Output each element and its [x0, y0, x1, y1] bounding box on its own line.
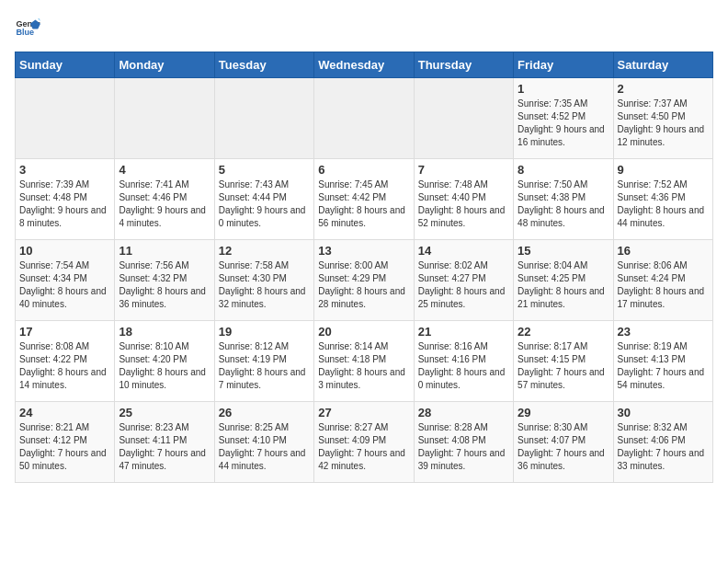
day-info: Sunrise: 7:48 AM Sunset: 4:40 PM Dayligh…	[418, 178, 509, 230]
calendar-cell: 6Sunrise: 7:45 AM Sunset: 4:42 PM Daylig…	[314, 159, 414, 240]
day-info: Sunrise: 8:08 AM Sunset: 4:22 PM Dayligh…	[19, 340, 110, 392]
weekday-header-row: SundayMondayTuesdayWednesdayThursdayFrid…	[16, 52, 713, 78]
calendar-cell	[115, 78, 214, 159]
day-number: 15	[518, 244, 609, 258]
calendar-cell: 5Sunrise: 7:43 AM Sunset: 4:44 PM Daylig…	[214, 159, 313, 240]
day-number: 14	[418, 244, 509, 258]
calendar-cell: 17Sunrise: 8:08 AM Sunset: 4:22 PM Dayli…	[16, 321, 115, 402]
calendar-cell: 24Sunrise: 8:21 AM Sunset: 4:12 PM Dayli…	[16, 402, 115, 483]
day-info: Sunrise: 8:16 AM Sunset: 4:16 PM Dayligh…	[418, 340, 509, 392]
day-number: 28	[418, 406, 509, 419]
day-info: Sunrise: 8:14 AM Sunset: 4:18 PM Dayligh…	[318, 340, 409, 392]
day-info: Sunrise: 7:54 AM Sunset: 4:34 PM Dayligh…	[19, 259, 110, 311]
calendar-cell: 1Sunrise: 7:35 AM Sunset: 4:52 PM Daylig…	[514, 78, 613, 159]
day-info: Sunrise: 8:23 AM Sunset: 4:11 PM Dayligh…	[119, 421, 210, 473]
header: General Blue	[15, 15, 713, 40]
day-number: 27	[318, 406, 409, 419]
day-number: 10	[19, 244, 110, 258]
weekday-header-saturday: Saturday	[613, 52, 712, 78]
day-info: Sunrise: 8:32 AM Sunset: 4:06 PM Dayligh…	[618, 421, 709, 473]
calendar-table: SundayMondayTuesdayWednesdayThursdayFrid…	[15, 52, 713, 483]
day-info: Sunrise: 8:30 AM Sunset: 4:07 PM Dayligh…	[518, 421, 609, 473]
calendar-cell: 30Sunrise: 8:32 AM Sunset: 4:06 PM Dayli…	[613, 402, 712, 483]
day-info: Sunrise: 8:06 AM Sunset: 4:24 PM Dayligh…	[618, 259, 709, 311]
calendar-cell: 15Sunrise: 8:04 AM Sunset: 4:25 PM Dayli…	[514, 240, 613, 321]
day-info: Sunrise: 7:35 AM Sunset: 4:52 PM Dayligh…	[518, 98, 609, 149]
day-info: Sunrise: 8:00 AM Sunset: 4:29 PM Dayligh…	[318, 259, 409, 311]
calendar-cell	[214, 78, 313, 159]
day-number: 7	[418, 163, 509, 177]
day-info: Sunrise: 7:43 AM Sunset: 4:44 PM Dayligh…	[219, 178, 310, 230]
calendar-cell: 19Sunrise: 8:12 AM Sunset: 4:19 PM Dayli…	[214, 321, 313, 402]
calendar-cell: 14Sunrise: 8:02 AM Sunset: 4:27 PM Dayli…	[414, 240, 513, 321]
weekday-header-friday: Friday	[514, 52, 613, 78]
calendar-week-row: 1Sunrise: 7:35 AM Sunset: 4:52 PM Daylig…	[16, 78, 713, 159]
calendar-cell: 25Sunrise: 8:23 AM Sunset: 4:11 PM Dayli…	[115, 402, 214, 483]
calendar-cell: 21Sunrise: 8:16 AM Sunset: 4:16 PM Dayli…	[414, 321, 513, 402]
weekday-header-thursday: Thursday	[414, 52, 513, 78]
day-info: Sunrise: 8:02 AM Sunset: 4:27 PM Dayligh…	[418, 259, 509, 311]
day-number: 16	[618, 244, 709, 258]
calendar-cell	[314, 78, 414, 159]
logo: General Blue	[15, 15, 44, 40]
day-info: Sunrise: 7:52 AM Sunset: 4:36 PM Dayligh…	[618, 178, 709, 230]
calendar-week-row: 17Sunrise: 8:08 AM Sunset: 4:22 PM Dayli…	[16, 321, 713, 402]
day-number: 24	[19, 406, 110, 419]
day-info: Sunrise: 8:19 AM Sunset: 4:13 PM Dayligh…	[618, 340, 709, 392]
calendar-cell: 16Sunrise: 8:06 AM Sunset: 4:24 PM Dayli…	[613, 240, 712, 321]
calendar-cell: 10Sunrise: 7:54 AM Sunset: 4:34 PM Dayli…	[16, 240, 115, 321]
calendar-cell	[414, 78, 513, 159]
day-number: 6	[318, 163, 409, 177]
calendar-cell: 22Sunrise: 8:17 AM Sunset: 4:15 PM Dayli…	[514, 321, 613, 402]
day-number: 11	[119, 244, 210, 258]
day-info: Sunrise: 8:28 AM Sunset: 4:08 PM Dayligh…	[418, 421, 509, 473]
day-number: 21	[418, 325, 509, 339]
day-number: 1	[518, 82, 609, 96]
day-info: Sunrise: 7:37 AM Sunset: 4:50 PM Dayligh…	[618, 98, 709, 149]
calendar-cell: 4Sunrise: 7:41 AM Sunset: 4:46 PM Daylig…	[115, 159, 214, 240]
day-number: 8	[518, 163, 609, 177]
day-number: 25	[119, 406, 210, 419]
day-number: 4	[119, 163, 210, 177]
logo-icon: General Blue	[15, 15, 40, 40]
calendar-cell: 27Sunrise: 8:27 AM Sunset: 4:09 PM Dayli…	[314, 402, 414, 483]
calendar-cell: 9Sunrise: 7:52 AM Sunset: 4:36 PM Daylig…	[613, 159, 712, 240]
weekday-header-wednesday: Wednesday	[314, 52, 414, 78]
day-info: Sunrise: 7:50 AM Sunset: 4:38 PM Dayligh…	[518, 178, 609, 230]
calendar-week-row: 3Sunrise: 7:39 AM Sunset: 4:48 PM Daylig…	[16, 159, 713, 240]
day-number: 18	[119, 325, 210, 339]
weekday-header-sunday: Sunday	[16, 52, 115, 78]
day-number: 3	[19, 163, 110, 177]
calendar-cell: 13Sunrise: 8:00 AM Sunset: 4:29 PM Dayli…	[314, 240, 414, 321]
calendar-cell: 28Sunrise: 8:28 AM Sunset: 4:08 PM Dayli…	[414, 402, 513, 483]
calendar-cell: 29Sunrise: 8:30 AM Sunset: 4:07 PM Dayli…	[514, 402, 613, 483]
day-number: 13	[318, 244, 409, 258]
svg-text:Blue: Blue	[16, 28, 34, 37]
day-info: Sunrise: 8:12 AM Sunset: 4:19 PM Dayligh…	[219, 340, 310, 392]
day-info: Sunrise: 7:45 AM Sunset: 4:42 PM Dayligh…	[318, 178, 409, 230]
day-number: 23	[618, 325, 709, 339]
day-info: Sunrise: 8:21 AM Sunset: 4:12 PM Dayligh…	[19, 421, 110, 473]
day-info: Sunrise: 7:41 AM Sunset: 4:46 PM Dayligh…	[119, 178, 210, 230]
day-number: 9	[618, 163, 709, 177]
day-number: 26	[219, 406, 310, 419]
day-number: 29	[518, 406, 609, 419]
day-info: Sunrise: 7:56 AM Sunset: 4:32 PM Dayligh…	[119, 259, 210, 311]
day-number: 17	[19, 325, 110, 339]
day-number: 5	[219, 163, 310, 177]
calendar-cell	[16, 78, 115, 159]
calendar-cell: 26Sunrise: 8:25 AM Sunset: 4:10 PM Dayli…	[214, 402, 313, 483]
calendar-cell: 12Sunrise: 7:58 AM Sunset: 4:30 PM Dayli…	[214, 240, 313, 321]
calendar-cell: 20Sunrise: 8:14 AM Sunset: 4:18 PM Dayli…	[314, 321, 414, 402]
day-number: 20	[318, 325, 409, 339]
calendar-week-row: 10Sunrise: 7:54 AM Sunset: 4:34 PM Dayli…	[16, 240, 713, 321]
day-number: 19	[219, 325, 310, 339]
day-info: Sunrise: 8:10 AM Sunset: 4:20 PM Dayligh…	[119, 340, 210, 392]
day-info: Sunrise: 8:27 AM Sunset: 4:09 PM Dayligh…	[318, 421, 409, 473]
calendar-week-row: 24Sunrise: 8:21 AM Sunset: 4:12 PM Dayli…	[16, 402, 713, 483]
weekday-header-monday: Monday	[115, 52, 214, 78]
calendar-cell: 7Sunrise: 7:48 AM Sunset: 4:40 PM Daylig…	[414, 159, 513, 240]
weekday-header-tuesday: Tuesday	[214, 52, 313, 78]
day-number: 30	[618, 406, 709, 419]
day-info: Sunrise: 8:04 AM Sunset: 4:25 PM Dayligh…	[518, 259, 609, 311]
